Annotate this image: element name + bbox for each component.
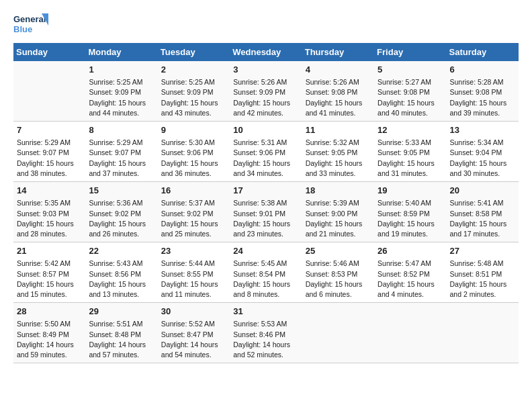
- logo: General Blue: [13, 11, 48, 38]
- day-number: 18: [306, 185, 371, 197]
- calendar-header: SundayMondayTuesdayWednesdayThursdayFrid…: [13, 43, 519, 61]
- day-cell: 25Sunrise: 5:46 AM Sunset: 8:53 PM Dayli…: [302, 242, 374, 303]
- day-number: 8: [89, 124, 154, 136]
- week-row-5: 28Sunrise: 5:50 AM Sunset: 8:49 PM Dayli…: [13, 303, 519, 363]
- day-info: Sunrise: 5:27 AM Sunset: 9:08 PM Dayligh…: [378, 77, 443, 118]
- day-info: Sunrise: 5:37 AM Sunset: 9:02 PM Dayligh…: [161, 198, 226, 239]
- day-number: 28: [17, 306, 82, 318]
- day-info: Sunrise: 5:45 AM Sunset: 8:54 PM Dayligh…: [233, 259, 298, 300]
- day-info: Sunrise: 5:44 AM Sunset: 8:55 PM Dayligh…: [161, 259, 226, 300]
- day-number: 14: [17, 185, 82, 197]
- week-row-2: 7Sunrise: 5:29 AM Sunset: 9:07 PM Daylig…: [13, 122, 519, 182]
- day-cell: 27Sunrise: 5:48 AM Sunset: 8:51 PM Dayli…: [447, 242, 519, 303]
- header-cell-wednesday: Wednesday: [230, 43, 302, 61]
- header-cell-monday: Monday: [85, 43, 157, 61]
- day-number: 22: [89, 245, 154, 257]
- day-cell: 9Sunrise: 5:30 AM Sunset: 9:06 PM Daylig…: [158, 122, 230, 182]
- day-info: Sunrise: 5:28 AM Sunset: 9:08 PM Dayligh…: [450, 77, 515, 118]
- day-cell: 30Sunrise: 5:52 AM Sunset: 8:47 PM Dayli…: [158, 303, 230, 363]
- day-number: 5: [378, 64, 443, 76]
- day-cell: 26Sunrise: 5:47 AM Sunset: 8:52 PM Dayli…: [374, 242, 446, 303]
- day-cell: 20Sunrise: 5:41 AM Sunset: 8:58 PM Dayli…: [447, 182, 519, 242]
- week-row-3: 14Sunrise: 5:35 AM Sunset: 9:03 PM Dayli…: [13, 182, 519, 242]
- day-cell: [447, 303, 519, 363]
- day-info: Sunrise: 5:36 AM Sunset: 9:02 PM Dayligh…: [89, 198, 154, 239]
- day-info: Sunrise: 5:53 AM Sunset: 8:46 PM Dayligh…: [233, 319, 298, 360]
- day-cell: 21Sunrise: 5:42 AM Sunset: 8:57 PM Dayli…: [13, 242, 85, 303]
- day-info: Sunrise: 5:29 AM Sunset: 9:07 PM Dayligh…: [89, 138, 154, 179]
- header-cell-thursday: Thursday: [302, 43, 374, 61]
- day-info: Sunrise: 5:31 AM Sunset: 9:06 PM Dayligh…: [233, 138, 298, 179]
- day-cell: 14Sunrise: 5:35 AM Sunset: 9:03 PM Dayli…: [13, 182, 85, 242]
- day-info: Sunrise: 5:42 AM Sunset: 8:57 PM Dayligh…: [17, 259, 82, 300]
- day-cell: 13Sunrise: 5:34 AM Sunset: 9:04 PM Dayli…: [447, 122, 519, 182]
- day-number: 15: [89, 185, 154, 197]
- day-number: 30: [161, 306, 226, 318]
- header: General Blue: [13, 11, 519, 38]
- day-cell: 17Sunrise: 5:38 AM Sunset: 9:01 PM Dayli…: [230, 182, 302, 242]
- day-number: 3: [233, 64, 298, 76]
- day-info: Sunrise: 5:30 AM Sunset: 9:06 PM Dayligh…: [161, 138, 226, 179]
- day-info: Sunrise: 5:35 AM Sunset: 9:03 PM Dayligh…: [17, 198, 82, 239]
- day-info: Sunrise: 5:26 AM Sunset: 9:08 PM Dayligh…: [306, 77, 371, 118]
- day-number: 25: [306, 245, 371, 257]
- day-cell: 5Sunrise: 5:27 AM Sunset: 9:08 PM Daylig…: [374, 61, 446, 122]
- day-cell: 29Sunrise: 5:51 AM Sunset: 8:48 PM Dayli…: [85, 303, 157, 363]
- calendar-body: 1Sunrise: 5:25 AM Sunset: 9:09 PM Daylig…: [13, 61, 519, 363]
- day-number: 7: [17, 124, 82, 136]
- day-cell: 31Sunrise: 5:53 AM Sunset: 8:46 PM Dayli…: [230, 303, 302, 363]
- day-cell: 10Sunrise: 5:31 AM Sunset: 9:06 PM Dayli…: [230, 122, 302, 182]
- week-row-4: 21Sunrise: 5:42 AM Sunset: 8:57 PM Dayli…: [13, 242, 519, 303]
- header-cell-tuesday: Tuesday: [158, 43, 230, 61]
- day-number: 19: [378, 185, 443, 197]
- header-cell-saturday: Saturday: [447, 43, 519, 61]
- day-number: 27: [450, 245, 515, 257]
- day-number: 1: [89, 64, 154, 76]
- day-number: 9: [161, 124, 226, 136]
- day-cell: 6Sunrise: 5:28 AM Sunset: 9:08 PM Daylig…: [447, 61, 519, 122]
- day-number: 26: [378, 245, 443, 257]
- day-cell: 24Sunrise: 5:45 AM Sunset: 8:54 PM Dayli…: [230, 242, 302, 303]
- day-cell: 16Sunrise: 5:37 AM Sunset: 9:02 PM Dayli…: [158, 182, 230, 242]
- day-cell: 2Sunrise: 5:25 AM Sunset: 9:09 PM Daylig…: [158, 61, 230, 122]
- day-cell: 28Sunrise: 5:50 AM Sunset: 8:49 PM Dayli…: [13, 303, 85, 363]
- day-cell: [374, 303, 446, 363]
- day-cell: 22Sunrise: 5:43 AM Sunset: 8:56 PM Dayli…: [85, 242, 157, 303]
- day-info: Sunrise: 5:29 AM Sunset: 9:07 PM Dayligh…: [17, 138, 82, 179]
- header-cell-friday: Friday: [374, 43, 446, 61]
- day-info: Sunrise: 5:34 AM Sunset: 9:04 PM Dayligh…: [450, 138, 515, 179]
- day-cell: [302, 303, 374, 363]
- day-number: 2: [161, 64, 226, 76]
- day-info: Sunrise: 5:43 AM Sunset: 8:56 PM Dayligh…: [89, 259, 154, 300]
- day-info: Sunrise: 5:26 AM Sunset: 9:09 PM Dayligh…: [233, 77, 298, 118]
- day-info: Sunrise: 5:38 AM Sunset: 9:01 PM Dayligh…: [233, 198, 298, 239]
- day-cell: 12Sunrise: 5:33 AM Sunset: 9:05 PM Dayli…: [374, 122, 446, 182]
- day-number: 11: [306, 124, 371, 136]
- svg-text:Blue: Blue: [13, 24, 32, 34]
- day-cell: 23Sunrise: 5:44 AM Sunset: 8:55 PM Dayli…: [158, 242, 230, 303]
- day-info: Sunrise: 5:32 AM Sunset: 9:05 PM Dayligh…: [306, 138, 371, 179]
- day-number: 16: [161, 185, 226, 197]
- day-info: Sunrise: 5:51 AM Sunset: 8:48 PM Dayligh…: [89, 319, 154, 360]
- day-number: 29: [89, 306, 154, 318]
- day-cell: [13, 61, 85, 122]
- day-info: Sunrise: 5:25 AM Sunset: 9:09 PM Dayligh…: [89, 77, 154, 118]
- day-info: Sunrise: 5:52 AM Sunset: 8:47 PM Dayligh…: [161, 319, 226, 360]
- day-info: Sunrise: 5:39 AM Sunset: 9:00 PM Dayligh…: [306, 198, 371, 239]
- day-cell: 8Sunrise: 5:29 AM Sunset: 9:07 PM Daylig…: [85, 122, 157, 182]
- day-number: 21: [17, 245, 82, 257]
- calendar-table: SundayMondayTuesdayWednesdayThursdayFrid…: [13, 43, 519, 363]
- day-number: 4: [306, 64, 371, 76]
- day-info: Sunrise: 5:25 AM Sunset: 9:09 PM Dayligh…: [161, 77, 226, 118]
- week-row-1: 1Sunrise: 5:25 AM Sunset: 9:09 PM Daylig…: [13, 61, 519, 122]
- day-cell: 4Sunrise: 5:26 AM Sunset: 9:08 PM Daylig…: [302, 61, 374, 122]
- day-info: Sunrise: 5:40 AM Sunset: 8:59 PM Dayligh…: [378, 198, 443, 239]
- day-number: 13: [450, 124, 515, 136]
- day-cell: 15Sunrise: 5:36 AM Sunset: 9:02 PM Dayli…: [85, 182, 157, 242]
- day-cell: 3Sunrise: 5:26 AM Sunset: 9:09 PM Daylig…: [230, 61, 302, 122]
- day-number: 10: [233, 124, 298, 136]
- day-number: 20: [450, 185, 515, 197]
- day-number: 24: [233, 245, 298, 257]
- day-number: 17: [233, 185, 298, 197]
- day-info: Sunrise: 5:33 AM Sunset: 9:05 PM Dayligh…: [378, 138, 443, 179]
